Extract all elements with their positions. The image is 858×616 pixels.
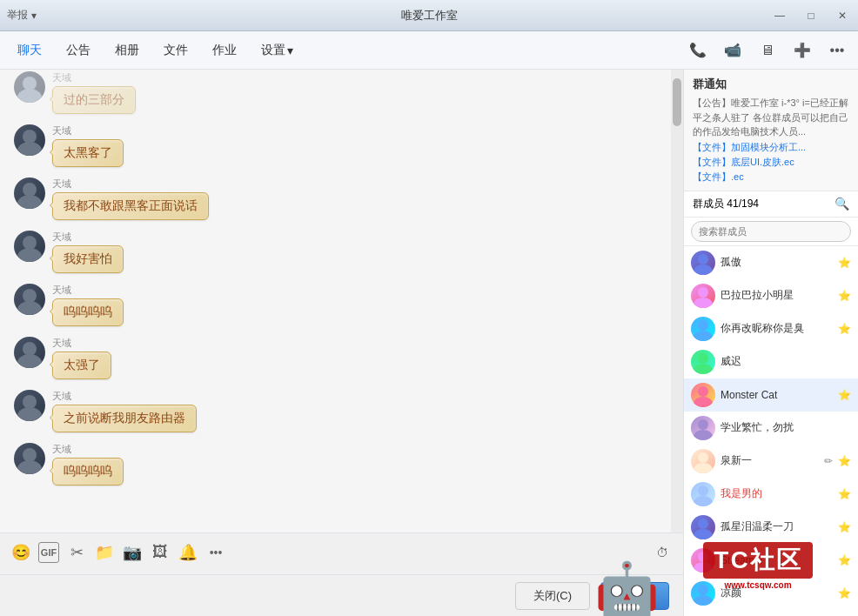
avatar	[691, 449, 715, 473]
member-item[interactable]: 孤星泪温柔一刀 ⭐	[684, 511, 858, 544]
tab-homework[interactable]: 作业	[202, 37, 247, 64]
nav-tabs: 聊天 公告 相册 文件 作业 设置 ▾	[7, 37, 304, 64]
notice-file-1[interactable]: 【文件】加固模块分析工...	[693, 141, 849, 154]
svg-point-27	[694, 430, 713, 440]
svg-point-13	[17, 407, 42, 421]
message-item: 天域 呜呜呜呜	[14, 443, 669, 485]
report-area: 举报 ▾	[0, 0, 37, 30]
screenshot-button[interactable]: 📷	[122, 542, 143, 563]
member-item[interactable]: 巴拉巴拉小明星 ⭐	[684, 279, 858, 312]
screen-share-button[interactable]: 🖥	[754, 37, 781, 64]
member-item[interactable]: Streamer ⭐	[684, 544, 858, 577]
svg-point-23	[694, 364, 713, 374]
emoji-button[interactable]: 😊	[10, 542, 31, 563]
report-label[interactable]: 举报	[7, 8, 28, 23]
member-name: 孤傲	[721, 255, 833, 270]
maximize-button[interactable]: □	[795, 0, 827, 31]
member-name: Streamer	[721, 554, 833, 566]
bottom-buttons: 🤖 关闭(C) 发送 ▾	[0, 574, 683, 616]
message-bubble: 之前说断我朋友路由器	[52, 405, 197, 432]
notice-file-3[interactable]: 【文件】.ec	[693, 171, 849, 184]
member-item[interactable]: 泉新一 ✏ ⭐	[684, 445, 858, 478]
svg-point-8	[23, 289, 37, 303]
svg-point-5	[17, 195, 42, 209]
close-button[interactable]: ✕	[827, 0, 858, 31]
send-button[interactable]: 发送 ▾	[600, 582, 669, 610]
member-item[interactable]: 学业繁忙，勿扰	[684, 412, 858, 445]
chat-messages: 天域 过的三部分 天域 太黑客了	[0, 70, 683, 505]
message-bubble: 呜呜呜呜	[52, 458, 124, 485]
message-bubble: 过的三部分	[52, 86, 136, 114]
member-item[interactable]: 我是男的 ⭐	[684, 478, 858, 511]
message-content: 天域 太黑客了	[52, 124, 124, 167]
message-item: 天域 过的三部分	[14, 71, 669, 114]
edit-icon: ✏	[824, 455, 833, 467]
avatar	[691, 548, 715, 572]
member-search-icon[interactable]: 🔍	[835, 197, 849, 211]
message-bubble: 太黑客了	[52, 139, 124, 167]
minimize-button[interactable]: —	[764, 0, 795, 31]
image-button[interactable]: 🖼	[150, 542, 171, 563]
message-content: 天域 之前说断我朋友路由器	[52, 390, 197, 432]
tab-chat[interactable]: 聊天	[7, 37, 52, 64]
report-chevron[interactable]: ▾	[31, 10, 37, 22]
clock-button[interactable]: ⏱	[652, 542, 673, 563]
gif-button[interactable]: GIF	[38, 542, 59, 563]
message-bubble: 太强了	[52, 352, 111, 379]
svg-point-18	[698, 287, 708, 298]
svg-point-20	[698, 320, 708, 331]
svg-point-1	[17, 89, 42, 103]
message-sender: 天域	[52, 231, 124, 244]
search-container	[684, 218, 858, 246]
video-action-button[interactable]: 📹	[719, 37, 747, 64]
chat-scrollbar[interactable]	[671, 70, 683, 532]
member-item[interactable]: 威迟	[684, 345, 858, 378]
member-item[interactable]: 孤傲 ⭐	[684, 246, 858, 279]
svg-point-3	[17, 142, 42, 156]
svg-point-12	[23, 395, 37, 409]
folder-button[interactable]: 📁	[94, 542, 115, 563]
more-toolbar-button[interactable]: •••	[205, 542, 226, 563]
phone-action-button[interactable]: 📞	[684, 37, 712, 64]
member-item-highlighted[interactable]: Monster Cat ⭐	[684, 378, 858, 412]
avatar	[691, 251, 715, 275]
tab-notice[interactable]: 公告	[56, 37, 101, 64]
chat-scrollbar-thumb[interactable]	[673, 78, 681, 126]
svg-point-9	[17, 301, 42, 315]
svg-point-17	[694, 264, 713, 275]
notice-content: 【公告】唯爱工作室 i-*3° i=已经正解平之条人驻了 各位群成员可以把自己的…	[693, 96, 849, 139]
member-star: ⭐	[838, 554, 851, 566]
message-item: 天域 太强了	[14, 337, 669, 379]
chat-messages-wrapper: 天域 过的三部分 天域 太黑客了	[0, 70, 683, 532]
member-item[interactable]: 你再改昵称你是臭 ⭐	[684, 312, 858, 345]
avatar	[691, 416, 715, 440]
title-bar: 举报 ▾ 唯爱工作室 — □ ✕	[0, 0, 858, 31]
message-content: 天域 呜呜呜呜	[52, 284, 124, 326]
bell-button[interactable]: 🔔	[178, 542, 198, 563]
member-name: Monster Cat	[721, 389, 833, 401]
member-search-input[interactable]	[691, 221, 851, 242]
scissor-button[interactable]: ✂	[66, 542, 87, 563]
member-name: 我是男的	[721, 486, 833, 501]
notice-file-2[interactable]: 【文件】底层UI.皮肤.ec	[693, 156, 849, 169]
avatar	[691, 515, 715, 539]
svg-point-21	[694, 331, 713, 341]
svg-point-11	[17, 354, 42, 368]
avatar	[691, 284, 715, 308]
svg-point-15	[17, 460, 42, 474]
message-bubble: 呜呜呜呜	[52, 298, 124, 326]
tab-album[interactable]: 相册	[104, 37, 150, 64]
member-level-badge: ⭐	[838, 257, 851, 269]
more-actions-button[interactable]: •••	[823, 37, 851, 64]
tab-file[interactable]: 文件	[153, 37, 198, 64]
svg-point-28	[698, 452, 708, 463]
svg-point-0	[23, 77, 37, 90]
member-level-badge: ⭐	[838, 389, 851, 401]
svg-point-6	[23, 236, 37, 250]
close-button-bottom[interactable]: 关闭(C)	[515, 582, 590, 610]
tab-settings[interactable]: 设置 ▾	[251, 37, 304, 64]
avatar	[14, 390, 45, 421]
member-item[interactable]: 凉颜 ⭐	[684, 577, 858, 610]
add-member-button[interactable]: ➕	[788, 37, 816, 64]
member-list: 孤傲 ⭐ 巴拉巴拉小明星 ⭐ 你再改昵称你是臭 ⭐	[684, 246, 858, 617]
